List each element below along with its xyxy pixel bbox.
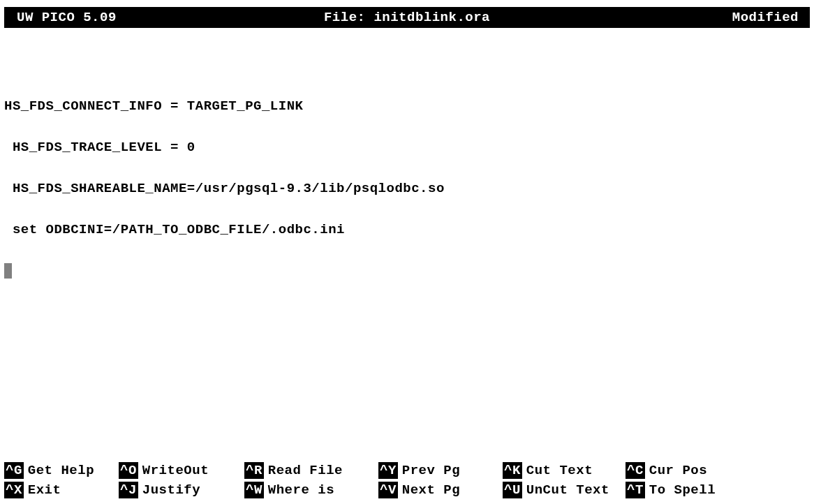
shortcut-writeout[interactable]: ^OWriteOut	[119, 462, 244, 479]
editor-content[interactable]: HS_FDS_CONNECT_INFO = TARGET_PG_LINK HS_…	[0, 28, 814, 452]
shortcut-exit[interactable]: ^XExit	[4, 482, 119, 498]
shortcut-to-spell[interactable]: ^TTo Spell	[626, 482, 750, 498]
shortcut-read-file[interactable]: ^RRead File	[244, 462, 378, 479]
shortcut-bar: ^GGet Help ^OWriteOut ^RRead File ^YPrev…	[4, 461, 810, 500]
shortcut-next-pg[interactable]: ^VNext Pg	[378, 482, 503, 498]
title-bar: UW PICO 5.09 File: initdblink.ora Modifi…	[4, 7, 810, 28]
editor-line: HS_FDS_TRACE_LEVEL = 0	[4, 138, 810, 158]
shortcut-uncut-text[interactable]: ^UUnCut Text	[503, 482, 626, 498]
file-name: File: initdblink.ora	[324, 10, 490, 25]
shortcut-cur-pos[interactable]: ^CCur Pos	[626, 462, 750, 479]
shortcut-where-is[interactable]: ^WWhere is	[244, 482, 378, 498]
shortcut-justify[interactable]: ^JJustify	[119, 482, 244, 498]
modified-status: Modified	[732, 10, 804, 25]
shortcut-row-1: ^GGet Help ^OWriteOut ^RRead File ^YPrev…	[4, 461, 810, 480]
shortcut-cut-text[interactable]: ^KCut Text	[503, 462, 626, 479]
app-name: UW PICO 5.09	[10, 10, 117, 25]
editor-line: HS_FDS_CONNECT_INFO = TARGET_PG_LINK	[4, 96, 810, 117]
editor-line: set ODBCINI=/PATH_TO_ODBC_FILE/.odbc.ini	[4, 220, 810, 240]
shortcut-row-2: ^XExit ^JJustify ^WWhere is ^VNext Pg ^U…	[4, 480, 810, 500]
cursor	[4, 263, 12, 279]
editor-line: HS_FDS_SHAREABLE_NAME=/usr/pgsql-9.3/lib…	[4, 179, 810, 199]
shortcut-prev-pg[interactable]: ^YPrev Pg	[378, 462, 503, 479]
shortcut-get-help[interactable]: ^GGet Help	[4, 462, 119, 479]
